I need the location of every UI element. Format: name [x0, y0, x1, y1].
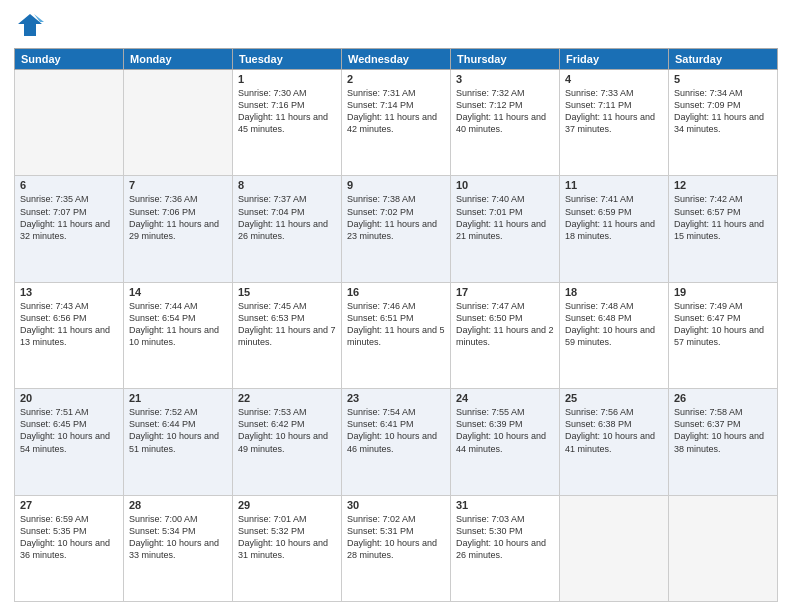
- calendar-cell: 4Sunrise: 7:33 AM Sunset: 7:11 PM Daylig…: [560, 70, 669, 176]
- day-info: Sunrise: 7:34 AM Sunset: 7:09 PM Dayligh…: [674, 87, 772, 136]
- page: SundayMondayTuesdayWednesdayThursdayFrid…: [0, 0, 792, 612]
- calendar-cell: 3Sunrise: 7:32 AM Sunset: 7:12 PM Daylig…: [451, 70, 560, 176]
- calendar-cell: 2Sunrise: 7:31 AM Sunset: 7:14 PM Daylig…: [342, 70, 451, 176]
- day-info: Sunrise: 7:52 AM Sunset: 6:44 PM Dayligh…: [129, 406, 227, 455]
- calendar-cell: [669, 495, 778, 601]
- calendar-cell: 6Sunrise: 7:35 AM Sunset: 7:07 PM Daylig…: [15, 176, 124, 282]
- day-info: Sunrise: 7:45 AM Sunset: 6:53 PM Dayligh…: [238, 300, 336, 349]
- day-info: Sunrise: 7:49 AM Sunset: 6:47 PM Dayligh…: [674, 300, 772, 349]
- calendar-col-header: Monday: [124, 49, 233, 70]
- calendar-header-row: SundayMondayTuesdayWednesdayThursdayFrid…: [15, 49, 778, 70]
- day-number: 8: [238, 179, 336, 191]
- header: [14, 10, 778, 42]
- day-number: 9: [347, 179, 445, 191]
- calendar-cell: 28Sunrise: 7:00 AM Sunset: 5:34 PM Dayli…: [124, 495, 233, 601]
- day-info: Sunrise: 7:54 AM Sunset: 6:41 PM Dayligh…: [347, 406, 445, 455]
- day-info: Sunrise: 7:31 AM Sunset: 7:14 PM Dayligh…: [347, 87, 445, 136]
- calendar-week-row: 13Sunrise: 7:43 AM Sunset: 6:56 PM Dayli…: [15, 282, 778, 388]
- day-number: 19: [674, 286, 772, 298]
- day-number: 5: [674, 73, 772, 85]
- calendar-cell: 11Sunrise: 7:41 AM Sunset: 6:59 PM Dayli…: [560, 176, 669, 282]
- day-number: 24: [456, 392, 554, 404]
- day-number: 3: [456, 73, 554, 85]
- calendar-cell: 8Sunrise: 7:37 AM Sunset: 7:04 PM Daylig…: [233, 176, 342, 282]
- day-info: Sunrise: 7:51 AM Sunset: 6:45 PM Dayligh…: [20, 406, 118, 455]
- day-info: Sunrise: 7:00 AM Sunset: 5:34 PM Dayligh…: [129, 513, 227, 562]
- day-number: 14: [129, 286, 227, 298]
- day-number: 17: [456, 286, 554, 298]
- day-number: 25: [565, 392, 663, 404]
- day-info: Sunrise: 7:35 AM Sunset: 7:07 PM Dayligh…: [20, 193, 118, 242]
- day-info: Sunrise: 7:43 AM Sunset: 6:56 PM Dayligh…: [20, 300, 118, 349]
- day-number: 10: [456, 179, 554, 191]
- day-info: Sunrise: 7:37 AM Sunset: 7:04 PM Dayligh…: [238, 193, 336, 242]
- day-info: Sunrise: 7:03 AM Sunset: 5:30 PM Dayligh…: [456, 513, 554, 562]
- day-number: 4: [565, 73, 663, 85]
- day-info: Sunrise: 7:44 AM Sunset: 6:54 PM Dayligh…: [129, 300, 227, 349]
- day-info: Sunrise: 7:48 AM Sunset: 6:48 PM Dayligh…: [565, 300, 663, 349]
- calendar-cell: 25Sunrise: 7:56 AM Sunset: 6:38 PM Dayli…: [560, 389, 669, 495]
- day-number: 1: [238, 73, 336, 85]
- calendar-cell: 10Sunrise: 7:40 AM Sunset: 7:01 PM Dayli…: [451, 176, 560, 282]
- day-number: 15: [238, 286, 336, 298]
- calendar-cell: 17Sunrise: 7:47 AM Sunset: 6:50 PM Dayli…: [451, 282, 560, 388]
- calendar-cell: 24Sunrise: 7:55 AM Sunset: 6:39 PM Dayli…: [451, 389, 560, 495]
- day-info: Sunrise: 7:30 AM Sunset: 7:16 PM Dayligh…: [238, 87, 336, 136]
- calendar-cell: [560, 495, 669, 601]
- day-info: Sunrise: 7:46 AM Sunset: 6:51 PM Dayligh…: [347, 300, 445, 349]
- day-number: 13: [20, 286, 118, 298]
- calendar-cell: 1Sunrise: 7:30 AM Sunset: 7:16 PM Daylig…: [233, 70, 342, 176]
- calendar-cell: 16Sunrise: 7:46 AM Sunset: 6:51 PM Dayli…: [342, 282, 451, 388]
- calendar-cell: 14Sunrise: 7:44 AM Sunset: 6:54 PM Dayli…: [124, 282, 233, 388]
- calendar-cell: 5Sunrise: 7:34 AM Sunset: 7:09 PM Daylig…: [669, 70, 778, 176]
- calendar-week-row: 6Sunrise: 7:35 AM Sunset: 7:07 PM Daylig…: [15, 176, 778, 282]
- calendar-cell: 9Sunrise: 7:38 AM Sunset: 7:02 PM Daylig…: [342, 176, 451, 282]
- day-number: 6: [20, 179, 118, 191]
- calendar-cell: 29Sunrise: 7:01 AM Sunset: 5:32 PM Dayli…: [233, 495, 342, 601]
- logo: [14, 10, 50, 42]
- day-number: 2: [347, 73, 445, 85]
- day-number: 21: [129, 392, 227, 404]
- calendar-col-header: Tuesday: [233, 49, 342, 70]
- day-info: Sunrise: 6:59 AM Sunset: 5:35 PM Dayligh…: [20, 513, 118, 562]
- day-info: Sunrise: 7:53 AM Sunset: 6:42 PM Dayligh…: [238, 406, 336, 455]
- calendar-cell: 26Sunrise: 7:58 AM Sunset: 6:37 PM Dayli…: [669, 389, 778, 495]
- calendar-table: SundayMondayTuesdayWednesdayThursdayFrid…: [14, 48, 778, 602]
- calendar-cell: 12Sunrise: 7:42 AM Sunset: 6:57 PM Dayli…: [669, 176, 778, 282]
- calendar-cell: 22Sunrise: 7:53 AM Sunset: 6:42 PM Dayli…: [233, 389, 342, 495]
- day-number: 16: [347, 286, 445, 298]
- calendar-col-header: Thursday: [451, 49, 560, 70]
- day-info: Sunrise: 7:38 AM Sunset: 7:02 PM Dayligh…: [347, 193, 445, 242]
- day-number: 23: [347, 392, 445, 404]
- day-number: 28: [129, 499, 227, 511]
- calendar-cell: 30Sunrise: 7:02 AM Sunset: 5:31 PM Dayli…: [342, 495, 451, 601]
- day-info: Sunrise: 7:41 AM Sunset: 6:59 PM Dayligh…: [565, 193, 663, 242]
- calendar-cell: 19Sunrise: 7:49 AM Sunset: 6:47 PM Dayli…: [669, 282, 778, 388]
- day-number: 31: [456, 499, 554, 511]
- calendar-cell: 21Sunrise: 7:52 AM Sunset: 6:44 PM Dayli…: [124, 389, 233, 495]
- day-number: 7: [129, 179, 227, 191]
- day-number: 22: [238, 392, 336, 404]
- calendar-cell: 13Sunrise: 7:43 AM Sunset: 6:56 PM Dayli…: [15, 282, 124, 388]
- day-info: Sunrise: 7:36 AM Sunset: 7:06 PM Dayligh…: [129, 193, 227, 242]
- calendar-cell: 23Sunrise: 7:54 AM Sunset: 6:41 PM Dayli…: [342, 389, 451, 495]
- calendar-col-header: Sunday: [15, 49, 124, 70]
- calendar-week-row: 27Sunrise: 6:59 AM Sunset: 5:35 PM Dayli…: [15, 495, 778, 601]
- day-info: Sunrise: 7:55 AM Sunset: 6:39 PM Dayligh…: [456, 406, 554, 455]
- calendar-col-header: Wednesday: [342, 49, 451, 70]
- calendar-cell: [15, 70, 124, 176]
- day-info: Sunrise: 7:40 AM Sunset: 7:01 PM Dayligh…: [456, 193, 554, 242]
- day-info: Sunrise: 7:56 AM Sunset: 6:38 PM Dayligh…: [565, 406, 663, 455]
- day-number: 20: [20, 392, 118, 404]
- calendar-col-header: Friday: [560, 49, 669, 70]
- day-number: 29: [238, 499, 336, 511]
- day-number: 12: [674, 179, 772, 191]
- calendar-cell: 7Sunrise: 7:36 AM Sunset: 7:06 PM Daylig…: [124, 176, 233, 282]
- calendar-week-row: 1Sunrise: 7:30 AM Sunset: 7:16 PM Daylig…: [15, 70, 778, 176]
- day-number: 27: [20, 499, 118, 511]
- day-info: Sunrise: 7:01 AM Sunset: 5:32 PM Dayligh…: [238, 513, 336, 562]
- day-number: 11: [565, 179, 663, 191]
- day-number: 30: [347, 499, 445, 511]
- day-info: Sunrise: 7:47 AM Sunset: 6:50 PM Dayligh…: [456, 300, 554, 349]
- day-info: Sunrise: 7:42 AM Sunset: 6:57 PM Dayligh…: [674, 193, 772, 242]
